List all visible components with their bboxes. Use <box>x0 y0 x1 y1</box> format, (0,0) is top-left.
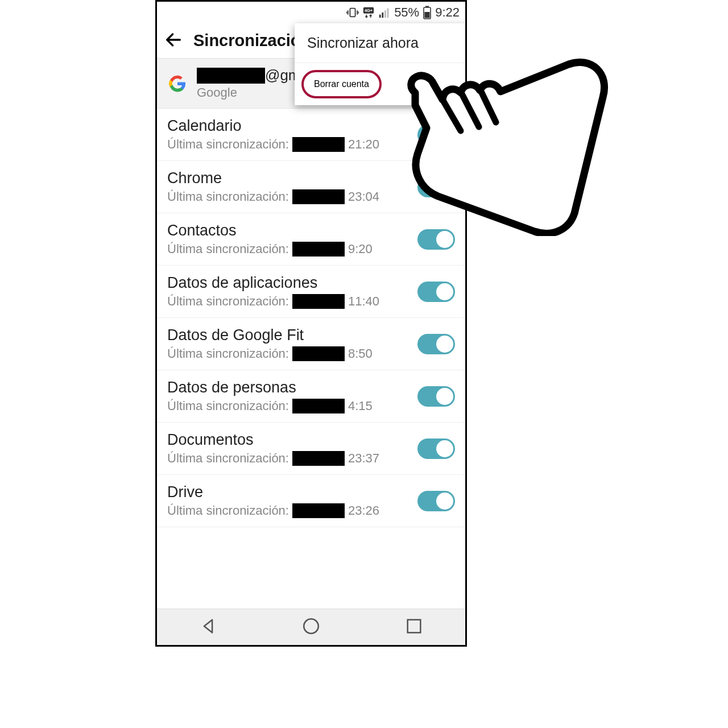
menu-delete-account[interactable]: Borrar cuenta <box>301 70 382 98</box>
sync-item-title: Datos de personas <box>167 379 417 396</box>
sync-prefix: Última sincronización: <box>167 137 289 152</box>
redacted-date <box>292 399 345 413</box>
toggle-switch[interactable] <box>417 334 455 354</box>
sync-item-title: Calendario <box>167 117 417 135</box>
sync-item-datos-aplicaciones[interactable]: Datos de aplicaciones Última sincronizac… <box>157 266 465 318</box>
sync-item-subtitle: Última sincronización: 4:15 <box>167 399 417 413</box>
svg-rect-8 <box>382 13 384 18</box>
sync-item-google-fit[interactable]: Datos de Google Fit Última sincronizació… <box>157 318 465 370</box>
redacted-date <box>292 503 345 518</box>
sync-time: 4:15 <box>348 399 373 413</box>
sync-prefix: Última sincronización: <box>167 242 289 257</box>
back-arrow-icon[interactable] <box>164 30 183 52</box>
sync-item-documentos[interactable]: Documentos Última sincronización: 23:37 <box>157 423 465 475</box>
network-4g-icon: 4G+ <box>362 6 375 19</box>
redacted-email-prefix <box>197 68 265 84</box>
redacted-date <box>292 137 345 152</box>
sync-item-subtitle: Última sincronización: 23:04 <box>167 189 417 204</box>
nav-bar <box>157 609 465 645</box>
toggle-switch[interactable] <box>417 282 455 302</box>
redacted-date <box>292 451 345 466</box>
sync-time: 21:20 <box>348 137 379 152</box>
signal-icon <box>378 6 391 19</box>
sync-time: 23:26 <box>348 503 379 518</box>
svg-rect-10 <box>387 9 389 18</box>
redacted-date <box>292 242 345 257</box>
sync-item-subtitle: Última sincronización: 21:20 <box>167 137 417 152</box>
sync-prefix: Última sincronización: <box>167 189 289 204</box>
sync-time: 9:20 <box>348 242 373 257</box>
redacted-date <box>292 346 345 361</box>
sync-time: 8:50 <box>348 346 373 361</box>
google-logo-icon <box>167 73 188 94</box>
svg-text:4G+: 4G+ <box>365 8 373 13</box>
svg-rect-7 <box>379 15 381 18</box>
sync-prefix: Última sincronización: <box>167 503 289 518</box>
redacted-date <box>292 294 345 309</box>
sync-item-subtitle: Última sincronización: 11:40 <box>167 294 417 309</box>
sync-item-title: Chrome <box>167 169 417 187</box>
redacted-date <box>292 189 345 204</box>
toggle-switch[interactable] <box>417 491 455 511</box>
sync-item-subtitle: Última sincronización: 23:26 <box>167 503 417 518</box>
battery-percent: 55% <box>394 5 419 20</box>
sync-item-datos-personas[interactable]: Datos de personas Última sincronización:… <box>157 370 465 423</box>
toggle-switch[interactable] <box>417 386 455 407</box>
svg-rect-12 <box>425 6 429 8</box>
status-bar: 4G+ 55% 9:22 <box>157 2 465 23</box>
nav-home-icon[interactable] <box>301 617 321 638</box>
sync-item-title: Datos de aplicaciones <box>167 274 417 292</box>
sync-prefix: Última sincronización: <box>167 451 289 466</box>
sync-item-drive[interactable]: Drive Última sincronización: 23:26 <box>157 475 465 527</box>
sync-item-subtitle: Última sincronización: 23:37 <box>167 451 417 466</box>
sync-item-title: Datos de Google Fit <box>167 326 417 344</box>
nav-back-icon[interactable] <box>198 617 218 638</box>
svg-rect-13 <box>425 12 430 18</box>
sync-prefix: Última sincronización: <box>167 294 289 309</box>
sync-prefix: Última sincronización: <box>167 346 289 361</box>
pointing-hand-icon <box>398 48 609 236</box>
sync-item-title: Drive <box>167 483 417 501</box>
sync-item-subtitle: Última sincronización: 8:50 <box>167 346 417 361</box>
sync-item-title: Documentos <box>167 431 417 449</box>
sync-item-subtitle: Última sincronización: 9:20 <box>167 242 417 257</box>
sync-time: 23:04 <box>348 189 379 204</box>
sync-prefix: Última sincronización: <box>167 399 289 413</box>
svg-point-14 <box>304 619 318 634</box>
page-title: Sincronización <box>193 31 311 50</box>
sync-time: 23:37 <box>348 451 379 466</box>
battery-icon <box>423 6 432 19</box>
sync-item-title: Contactos <box>167 222 417 239</box>
svg-rect-0 <box>350 9 355 17</box>
sync-time: 11:40 <box>348 294 379 309</box>
status-time: 9:22 <box>435 5 460 20</box>
svg-rect-9 <box>384 10 386 18</box>
vibrate-icon <box>346 6 359 19</box>
svg-rect-15 <box>407 619 420 632</box>
toggle-switch[interactable] <box>417 439 455 459</box>
nav-recent-icon[interactable] <box>404 617 424 638</box>
